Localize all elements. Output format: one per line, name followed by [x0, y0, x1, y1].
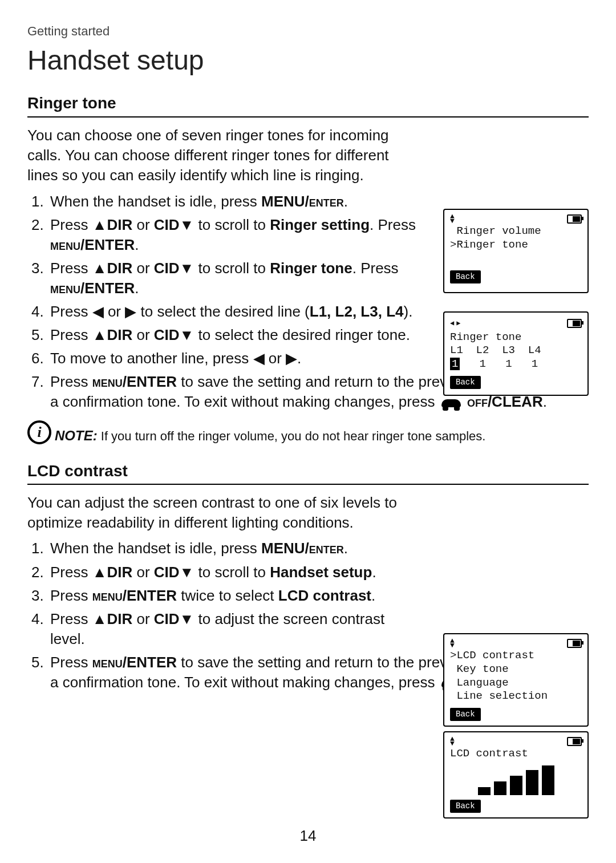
- lcd-line: Key tone: [450, 663, 582, 676]
- triangle-up-icon: ▲: [92, 326, 107, 343]
- lcd-mock-settings-menu: ▲▼ >LCD contrast Key tone Language Line …: [443, 633, 589, 727]
- info-icon: i: [27, 420, 51, 444]
- section-heading-ringer: Ringer tone: [27, 92, 589, 114]
- section-heading-lcd: LCD contrast: [27, 460, 589, 482]
- divider: [27, 484, 589, 485]
- lcd-mock-contrast: ▲▼ LCD contrast Back: [443, 731, 589, 819]
- note: i NOTE: If you turn off the ringer volum…: [27, 420, 589, 445]
- lcd-line: Ringer tone: [450, 331, 582, 345]
- ringer-intro: You can choose one of seven ringer tones…: [27, 125, 589, 185]
- updown-icon: ▲▼: [450, 214, 455, 224]
- lcd-line: 1 1 1 1: [450, 358, 582, 371]
- lcd-intro: You can adjust the screen contrast to on…: [27, 493, 589, 533]
- lcd-line: Ringer volume: [450, 225, 582, 238]
- triangle-down-icon: ▼: [180, 326, 194, 343]
- battery-icon: [567, 319, 582, 328]
- triangle-up-icon: ▲: [92, 610, 107, 627]
- battery-icon: [567, 214, 582, 224]
- battery-icon: [567, 737, 582, 746]
- triangle-left-icon: ◀: [253, 350, 265, 367]
- lcd-line: Line selection: [450, 690, 582, 703]
- lcd-line: L1 L2 L3 L4: [450, 344, 582, 358]
- triangle-down-icon: ▼: [180, 564, 194, 581]
- lcd-line: Language: [450, 676, 582, 690]
- divider: [27, 116, 589, 118]
- triangle-right-icon: ▶: [286, 350, 297, 367]
- lcd-mock-ringer-menu: ▲▼ Ringer volume >Ringer tone Back: [443, 209, 589, 293]
- leftright-icon: [450, 317, 460, 330]
- triangle-down-icon: ▼: [180, 216, 194, 233]
- page-number: 14: [0, 826, 616, 846]
- breadcrumb: Getting started: [27, 23, 589, 40]
- updown-icon: ▲▼: [450, 639, 455, 648]
- triangle-up-icon: ▲: [92, 564, 107, 581]
- triangle-down-icon: ▼: [180, 260, 194, 277]
- hangup-icon: [441, 399, 461, 407]
- lcd-line: >LCD contrast: [450, 649, 582, 663]
- lcd-line: >Ringer tone: [450, 238, 582, 252]
- triangle-right-icon: ▶: [125, 303, 136, 320]
- battery-icon: [567, 639, 582, 648]
- softkey-back: Back: [450, 270, 481, 283]
- list-item: Press menu/ENTER twice to select LCD con…: [48, 586, 589, 606]
- triangle-up-icon: ▲: [92, 216, 107, 233]
- lcd-line: LCD contrast: [450, 747, 582, 761]
- lcd-mock-ringer-tone: Ringer tone L1 L2 L3 L4 1 1 1 1 Back: [443, 311, 589, 396]
- triangle-left-icon: ◀: [92, 303, 104, 320]
- contrast-bars: [450, 764, 582, 795]
- list-item: When the handset is idle, press MENU/ent…: [48, 538, 589, 558]
- triangle-up-icon: ▲: [92, 260, 107, 277]
- softkey-back: Back: [450, 800, 481, 813]
- softkey-back: Back: [450, 708, 481, 721]
- page-title: Handset setup: [27, 42, 589, 79]
- updown-icon: ▲▼: [450, 737, 455, 746]
- softkey-back: Back: [450, 376, 481, 389]
- list-item: Press ▲DIR or CID▼ to scroll to Handset …: [48, 562, 589, 582]
- triangle-down-icon: ▼: [180, 610, 194, 627]
